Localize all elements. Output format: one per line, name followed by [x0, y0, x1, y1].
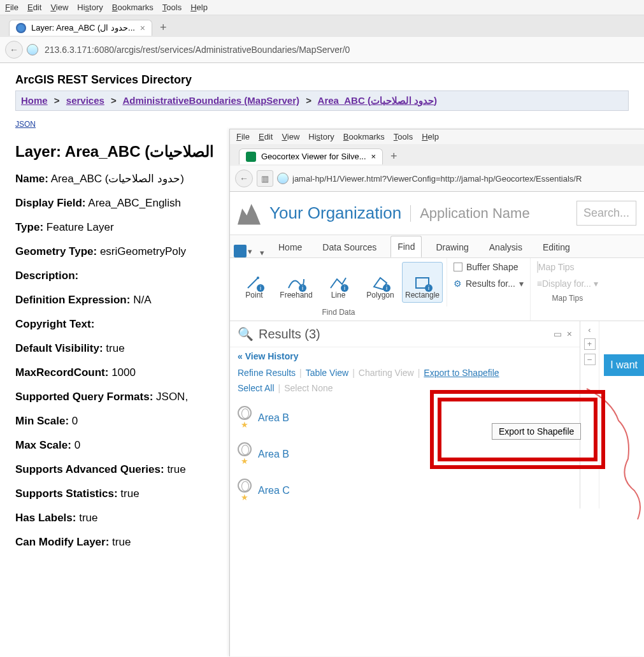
ov-menu-edit[interactable]: Edit [259, 132, 273, 141]
result-label: Area B [258, 449, 289, 460]
ribbon-home[interactable]: Home [272, 237, 308, 257]
crumb-services[interactable]: services [66, 95, 104, 106]
ribbon-drawing[interactable]: Drawing [429, 237, 475, 257]
freehand-icon: i [287, 275, 305, 291]
i-want-button[interactable]: I want [604, 354, 644, 376]
refine-results-link[interactable]: Refine Results [238, 368, 296, 378]
zoom-in-button[interactable]: + [584, 338, 596, 350]
app-name: Application Name [410, 205, 529, 222]
url-field[interactable]: 213.6.3.171:6080/arcgis/rest/services/Ad… [42, 42, 639, 57]
menu-history[interactable]: History [77, 3, 103, 12]
ov-favicon-icon [246, 152, 256, 162]
rectangle-icon: i [413, 275, 431, 291]
tab-title: Layer: Area_ABC (حدود ال... [31, 23, 135, 32]
menu-bookmarks[interactable]: Bookmarks [112, 3, 154, 12]
menu-tools[interactable]: Tools [162, 3, 182, 12]
results-for-dropdown[interactable]: ⚙Results for... ▾ [454, 278, 524, 289]
find-data-tools: iPoint iFreehand iLine iPolygon iRectang… [230, 258, 447, 307]
ov-menu-file[interactable]: File [236, 132, 250, 141]
table-view-link[interactable]: Table View [306, 368, 348, 378]
save-dropdown[interactable]: ▾ [234, 245, 252, 257]
maptips-options: Map Tips ≡Display for... ▾ [531, 258, 605, 292]
view-history-link[interactable]: « View History [238, 351, 298, 361]
result-item[interactable]: ★ Area C [230, 472, 580, 509]
zoom-out-button[interactable]: – [584, 354, 596, 365]
ov-close-tab-icon[interactable]: × [371, 152, 376, 161]
result-label: Area B [258, 412, 289, 424]
layers-icon: ≡ [537, 278, 542, 289]
main-addressbar: ← 213.6.3.171:6080/arcgis/rest/services/… [0, 37, 644, 63]
ov-menu-history[interactable]: History [308, 132, 334, 141]
star-icon: ★ [241, 493, 248, 502]
crumb-admin[interactable]: AdministrativeBoundaries (MapServer) [122, 95, 299, 106]
ov-tabbar: Geocortex Viewer for Silve... × + [230, 144, 644, 166]
globe-result-icon [238, 479, 252, 493]
minimize-icon[interactable]: ▭ [554, 329, 562, 339]
svg-point-1 [257, 277, 259, 279]
main-menubar: FFileile Edit View History Bookmarks Too… [0, 0, 644, 15]
buffer-options: Buffer Shape ⚙Results for... ▾ [447, 258, 531, 321]
collapse-icon[interactable]: ‹ [588, 325, 590, 335]
result-item[interactable]: ★ Area B [230, 436, 580, 472]
ov-back-button[interactable]: ← [235, 170, 253, 187]
star-icon: ★ [241, 456, 248, 466]
maptips-checkbox: Map Tips [537, 262, 598, 272]
globe-result-icon [238, 406, 252, 420]
ov-tab-title: Geocortex Viewer for Silve... [261, 152, 366, 161]
menu-file[interactable]: FFileile [5, 3, 18, 12]
back-button[interactable]: ← [5, 41, 23, 59]
ov-header: Your Organization Application Name Searc… [230, 192, 644, 235]
breadcrumb: Home > services > AdministrativeBoundari… [15, 90, 629, 111]
ov-menu-tools[interactable]: Tools [394, 132, 413, 141]
checkbox-icon [454, 263, 462, 271]
select-all-link[interactable]: Select All [238, 383, 275, 393]
menu-edit[interactable]: Edit [27, 3, 41, 12]
directory-title: ArcGIS REST Services Directory [15, 73, 629, 87]
org-name: Your Organization [269, 203, 401, 223]
ov-menu-bookmarks[interactable]: Bookmarks [343, 132, 385, 141]
display-for-dropdown: ≡Display for... ▾ [537, 278, 598, 289]
ribbon-editing[interactable]: Editing [536, 237, 576, 257]
ribbon-datasources[interactable]: Data Sources [316, 237, 383, 257]
ov-menu-help[interactable]: Help [422, 132, 439, 141]
tool-freehand[interactable]: iFreehand [276, 262, 317, 303]
close-tab-icon[interactable]: × [140, 23, 145, 33]
ov-menubar: File Edit View History Bookmarks Tools H… [230, 129, 644, 144]
new-tab-button[interactable]: + [160, 21, 167, 34]
export-tooltip: Export to Shapefile [492, 423, 581, 440]
select-none-link: Select None [284, 383, 333, 393]
globe-result-icon [238, 442, 252, 456]
map-boundary [574, 382, 644, 523]
json-link[interactable]: JSON [15, 120, 36, 129]
tool-point[interactable]: iPoint [234, 262, 275, 303]
ov-menu-view[interactable]: View [282, 132, 299, 141]
ov-browser-tab[interactable]: Geocortex Viewer for Silve... × [239, 148, 383, 164]
buffer-shape-checkbox[interactable]: Buffer Shape [454, 262, 524, 272]
open-dropdown[interactable]: ▾ [260, 248, 264, 257]
crumb-home[interactable]: Home [21, 95, 48, 106]
tool-polygon[interactable]: iPolygon [360, 262, 401, 303]
tool-line[interactable]: iLine [318, 262, 359, 303]
results-title: Results (3) [259, 327, 320, 342]
browser-tab[interactable]: Layer: Area_ABC (حدود ال... × [9, 20, 152, 36]
search-icon: 🔍 [238, 326, 254, 342]
tool-rectangle[interactable]: iRectangle [402, 262, 443, 303]
star-icon: ★ [241, 420, 248, 430]
export-shapefile-link[interactable]: Export to Shapefile [424, 368, 499, 378]
close-panel-icon[interactable]: × [567, 329, 572, 339]
ov-globe-icon [277, 173, 289, 184]
polygon-icon: i [371, 275, 389, 291]
point-icon: i [245, 275, 263, 291]
ribbon-find[interactable]: Find [390, 236, 422, 257]
ov-url-field[interactable]: jamal-hp/H1/Viewer.html?ViewerConfig=htt… [292, 174, 639, 184]
ov-ribbon: ▾ ▾ Home Data Sources Find Drawing Analy… [230, 235, 644, 258]
org-logo-icon [238, 202, 261, 225]
menu-help[interactable]: Help [190, 3, 208, 12]
ov-bookmark-icon[interactable]: ▥ [257, 170, 273, 187]
ribbon-analysis[interactable]: Analysis [483, 237, 529, 257]
crumb-layer[interactable]: Area_ABC (حدود الصلاحيات) [318, 95, 438, 106]
search-input[interactable]: Search... [576, 201, 636, 226]
globe-icon [27, 44, 38, 55]
ov-new-tab-button[interactable]: + [390, 150, 397, 163]
menu-view[interactable]: View [50, 3, 68, 12]
